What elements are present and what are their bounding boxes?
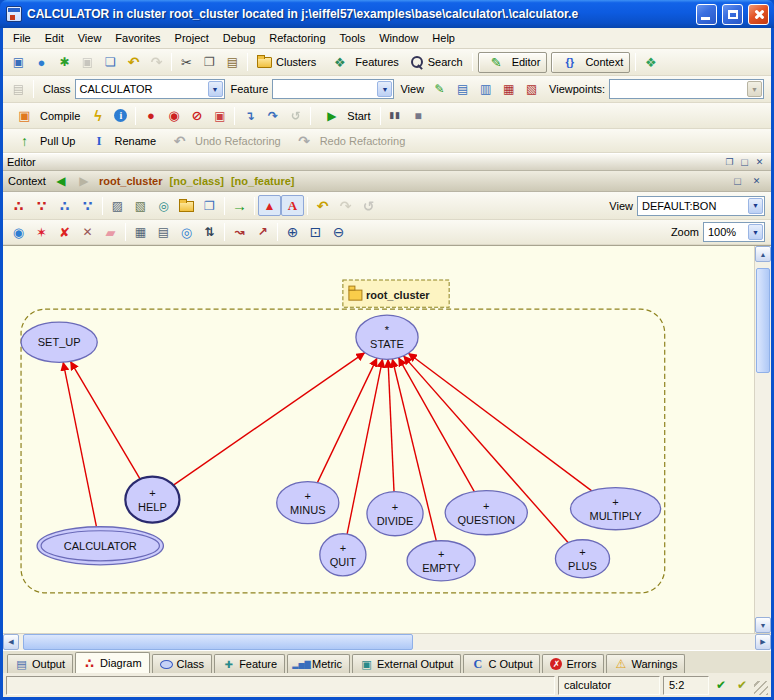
menu-favorites[interactable]: Favorites — [108, 30, 167, 46]
stop-icon[interactable] — [407, 105, 430, 126]
class-node-divide[interactable]: +DIVIDE — [367, 492, 423, 536]
zoom-combobox[interactable]: 100% — [703, 222, 765, 242]
menu-window[interactable]: Window — [372, 30, 425, 46]
class-node-set_up[interactable]: SET_UP — [21, 322, 97, 362]
visibility-icon[interactable] — [7, 222, 30, 243]
inheritance-arrow-divide-to-state[interactable] — [388, 359, 394, 491]
rename-button[interactable]: Rename — [81, 130, 162, 152]
tab-feature[interactable]: Feature — [214, 654, 285, 673]
maximize-button[interactable] — [722, 4, 743, 25]
tab-output[interactable]: Output — [7, 654, 73, 673]
history-back-icon[interactable] — [53, 171, 69, 192]
class-node-plus[interactable]: +PLUS — [555, 540, 609, 578]
menu-edit[interactable]: Edit — [38, 30, 71, 46]
melt-icon[interactable] — [86, 105, 109, 126]
copy-icon[interactable] — [198, 52, 221, 73]
scroll-up-button[interactable] — [755, 246, 771, 262]
context-class-crumb[interactable]: [no_class] — [170, 175, 224, 187]
remove-link-icon[interactable] — [76, 222, 99, 243]
export-image-icon[interactable] — [129, 195, 152, 216]
feature-combobox[interactable] — [272, 79, 394, 99]
contract-view-icon[interactable] — [474, 79, 497, 100]
editor-view-icon[interactable] — [428, 79, 451, 100]
zoom-out-icon[interactable] — [327, 222, 350, 243]
compile-button[interactable]: Compile — [7, 105, 86, 127]
menu-refactoring[interactable]: Refactoring — [262, 30, 332, 46]
class-combobox-arrow-icon[interactable] — [208, 81, 223, 97]
layout-grid-icon[interactable] — [129, 222, 152, 243]
tab-warnings[interactable]: Warnings — [606, 654, 685, 673]
inheritance-arrow-help-to-state[interactable] — [173, 353, 364, 485]
zoom-in-icon[interactable] — [281, 222, 304, 243]
new-project-icon[interactable] — [53, 52, 76, 73]
class-node-calculator[interactable]: CALCULATOR — [37, 527, 163, 565]
viewpoints-combobox[interactable] — [609, 79, 764, 99]
pull-up-button[interactable]: Pull Up — [7, 130, 81, 152]
link-curve-icon[interactable] — [228, 222, 251, 243]
cut-icon[interactable] — [175, 52, 198, 73]
open-folder-icon[interactable] — [175, 195, 198, 216]
horizontal-scroll-thumb[interactable] — [23, 634, 413, 650]
toggle-labels-icon[interactable] — [281, 195, 304, 216]
class-node-question[interactable]: +QUESTION — [445, 491, 527, 535]
export-web-icon[interactable] — [152, 195, 175, 216]
step-over-icon[interactable] — [261, 105, 284, 126]
class-node-empty[interactable]: +EMPTY — [407, 541, 475, 581]
close-button[interactable] — [748, 4, 769, 25]
resize-grip[interactable] — [754, 681, 768, 695]
tab-external-output[interactable]: External Output — [352, 654, 461, 673]
class-node-help[interactable]: +HELP — [125, 477, 179, 523]
paste-icon[interactable] — [221, 52, 244, 73]
context-close-pane-icon[interactable] — [749, 174, 764, 188]
step-into-icon[interactable] — [238, 105, 261, 126]
link-straight-icon[interactable] — [251, 222, 274, 243]
client-links-icon[interactable] — [53, 195, 76, 216]
tab-c-output[interactable]: C Output — [463, 654, 540, 673]
debug-no-stop-icon[interactable] — [185, 105, 208, 126]
eraser-icon[interactable] — [99, 222, 122, 243]
menu-project[interactable]: Project — [168, 30, 216, 46]
vertical-scrollbar[interactable] — [754, 246, 771, 633]
menu-debug[interactable]: Debug — [216, 30, 262, 46]
sort-icon[interactable] — [198, 222, 221, 243]
tab-class[interactable]: Class — [152, 654, 213, 673]
vertical-scroll-thumb[interactable] — [756, 268, 770, 373]
scroll-left-button[interactable] — [3, 634, 19, 650]
open-project-icon[interactable] — [30, 52, 53, 73]
titlebar[interactable]: CALCULATOR in cluster root_cluster locat… — [0, 0, 774, 28]
save-all-icon[interactable] — [99, 52, 122, 73]
clusters-button[interactable]: Clusters — [251, 51, 322, 73]
scroll-down-button[interactable] — [755, 617, 771, 633]
context-toggle-button[interactable]: Context — [551, 52, 630, 73]
menu-tools[interactable]: Tools — [333, 30, 373, 46]
menu-file[interactable]: File — [6, 30, 38, 46]
zoom-combobox-arrow-icon[interactable] — [748, 224, 763, 240]
pause-icon[interactable] — [384, 105, 407, 126]
window-view-icon[interactable] — [198, 195, 221, 216]
zoom-fit-icon[interactable] — [304, 222, 327, 243]
horizontal-scroll-track[interactable] — [19, 634, 755, 650]
menu-view[interactable]: View — [71, 30, 109, 46]
layout-tree-icon[interactable] — [152, 222, 175, 243]
descendants-view-icon[interactable] — [520, 79, 543, 100]
tab-diagram[interactable]: Diagram — [75, 652, 150, 673]
inheritance-arrow-help-to-set_up[interactable] — [70, 361, 140, 479]
inheritance-arrow-calculator-to-set_up[interactable] — [63, 362, 96, 527]
undo-diagram-icon[interactable] — [311, 195, 334, 216]
tab-errors[interactable]: Errors — [542, 654, 604, 673]
toggle-inheritance-icon[interactable] — [258, 195, 281, 216]
add-class-icon[interactable] — [30, 222, 53, 243]
info-icon[interactable] — [109, 105, 132, 126]
center-diagram-icon[interactable] — [175, 222, 198, 243]
context-cluster-crumb[interactable]: root_cluster — [99, 175, 163, 187]
search-button[interactable]: Search — [405, 51, 469, 73]
diagram-canvas[interactable]: root_clusterSET_UP*STATE+HELPCALCULATOR+… — [3, 245, 771, 633]
delete-icon[interactable] — [53, 222, 76, 243]
class-links-icon[interactable] — [7, 195, 30, 216]
class-combobox[interactable]: CALCULATOR — [75, 79, 225, 99]
menu-help[interactable]: Help — [425, 30, 462, 46]
class-node-quit[interactable]: +QUIT — [320, 534, 366, 576]
supplier-links-icon[interactable] — [76, 195, 99, 216]
diagram-view-combobox[interactable]: DEFAULT:BON — [637, 196, 765, 216]
editor-toggle-button[interactable]: Editor — [478, 52, 548, 73]
